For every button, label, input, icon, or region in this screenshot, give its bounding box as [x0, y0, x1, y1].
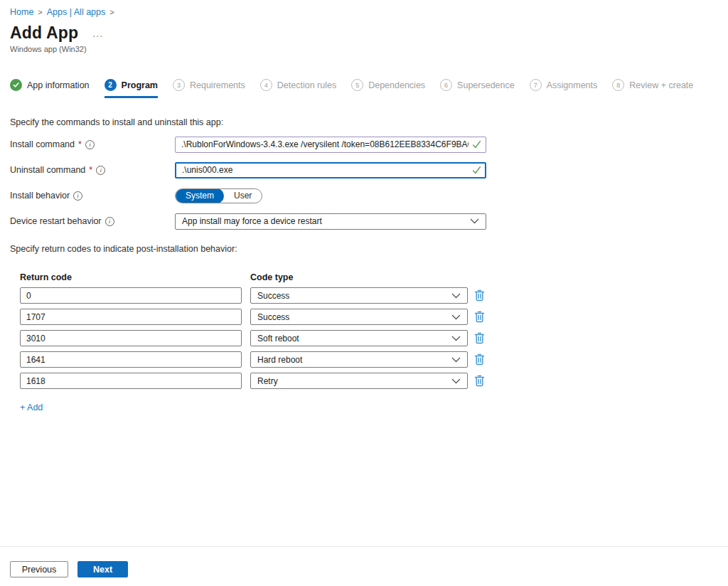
add-return-code-button[interactable]: + Add [20, 403, 43, 412]
label-text: Uninstall command [10, 165, 85, 175]
step-app-information[interactable]: App information [10, 79, 90, 98]
toggle-option-user[interactable]: User [224, 188, 262, 203]
add-app-page: Home>Apps | All apps> Add App ... Window… [0, 0, 728, 586]
step-number-badge: 8 [612, 79, 624, 91]
more-menu-icon[interactable]: ... [92, 28, 103, 39]
label-text: Install behavior [10, 191, 70, 201]
install-command-label: Install command * i [10, 139, 175, 149]
commands-section-heading: Specify the commands to install and unin… [10, 117, 728, 127]
install-behavior-toggle: System User [175, 188, 262, 203]
breadcrumb-apps-link[interactable]: Apps | All apps [47, 7, 105, 17]
dropdown-value: Retry [257, 376, 278, 386]
return-code-input[interactable] [20, 309, 242, 325]
step-review-create[interactable]: 8 Review + create [612, 79, 693, 98]
footer-divider [0, 546, 728, 547]
step-label: Dependencies [368, 80, 425, 90]
info-icon[interactable]: i [96, 166, 105, 175]
chevron-down-icon [451, 376, 461, 386]
return-code-row: Hard reboot [20, 351, 728, 368]
step-number-badge: 4 [260, 79, 272, 91]
delete-row-icon[interactable] [474, 353, 486, 366]
breadcrumb-separator: > [109, 8, 114, 16]
info-icon[interactable]: i [85, 140, 95, 149]
next-button[interactable]: Next [77, 561, 128, 577]
previous-button[interactable]: Previous [10, 561, 68, 577]
code-type-column-header: Code type [250, 272, 468, 282]
step-number-badge: 5 [351, 79, 363, 91]
dropdown-value: Hard reboot [257, 355, 302, 365]
return-code-input[interactable] [20, 330, 242, 346]
step-label: Requirements [190, 80, 245, 90]
valid-check-icon [472, 139, 481, 152]
chevron-down-icon [451, 291, 461, 301]
toggle-option-system[interactable]: System [176, 188, 224, 203]
delete-row-icon[interactable] [474, 289, 486, 302]
step-label: Supersedence [457, 80, 515, 90]
step-supersedence[interactable]: 6 Supersedence [440, 79, 515, 98]
breadcrumb-home-link[interactable]: Home [10, 7, 33, 17]
step-label: Detection rules [277, 80, 336, 90]
step-label: Assignments [547, 80, 598, 90]
return-code-row: Soft reboot [20, 330, 728, 346]
return-code-input[interactable] [20, 351, 242, 368]
code-type-dropdown[interactable]: Hard reboot [250, 351, 468, 368]
code-type-dropdown[interactable]: Soft reboot [250, 330, 468, 346]
code-type-dropdown[interactable]: Retry [250, 373, 468, 389]
step-dependencies[interactable]: 5 Dependencies [351, 79, 425, 98]
return-code-row: Success [20, 309, 728, 325]
info-icon[interactable]: i [105, 217, 114, 226]
chevron-down-icon [451, 312, 461, 322]
dropdown-value: Success [257, 312, 289, 322]
uninstall-command-input[interactable] [175, 162, 486, 179]
label-text: Device restart behavior [10, 216, 102, 226]
code-type-dropdown[interactable]: Success [250, 287, 468, 304]
step-assignments[interactable]: 7 Assignments [530, 79, 598, 98]
step-label: App information [27, 80, 90, 90]
step-number-badge: 7 [530, 79, 542, 91]
step-number-badge: 3 [173, 79, 185, 91]
label-text: Install command [10, 139, 75, 149]
step-detection-rules[interactable]: 4 Detection rules [260, 79, 336, 98]
step-number-badge: 6 [440, 79, 452, 91]
completed-check-icon [10, 79, 22, 91]
step-program[interactable]: 2 Program [105, 79, 158, 98]
return-code-row: Success [20, 287, 728, 304]
return-code-input[interactable] [20, 373, 242, 389]
return-code-row: Retry [20, 373, 728, 389]
step-label: Program [122, 80, 158, 90]
code-type-dropdown[interactable]: Success [250, 309, 468, 325]
chevron-down-icon [470, 216, 479, 226]
delete-row-icon[interactable] [474, 310, 486, 324]
return-code-input[interactable] [20, 287, 242, 304]
breadcrumb-separator: > [38, 8, 42, 16]
install-behavior-label: Install behavior i [10, 191, 175, 201]
uninstall-command-label: Uninstall command * i [10, 165, 175, 175]
device-restart-dropdown[interactable]: App install may force a device restart [175, 213, 486, 230]
delete-row-icon[interactable] [474, 374, 486, 388]
chevron-down-icon [451, 334, 461, 343]
page-subtitle: Windows app (Win32) [10, 45, 728, 53]
install-command-input[interactable] [175, 137, 486, 153]
step-requirements[interactable]: 3 Requirements [173, 79, 245, 98]
required-asterisk: * [78, 139, 82, 149]
footer-buttons: Previous Next [10, 561, 128, 577]
valid-check-icon [472, 165, 481, 178]
return-codes-table: Return code Code type Success Success [20, 272, 728, 389]
dropdown-value: Soft reboot [257, 334, 299, 343]
wizard-steps: App information 2 Program 3 Requirements… [10, 79, 728, 98]
required-asterisk: * [89, 165, 92, 175]
info-icon[interactable]: i [73, 191, 82, 201]
return-code-column-header: Return code [20, 272, 250, 282]
dropdown-value: App install may force a device restart [182, 216, 322, 226]
delete-row-icon[interactable] [474, 331, 486, 345]
chevron-down-icon [451, 355, 461, 365]
return-codes-section-heading: Specify return codes to indicate post-in… [10, 244, 728, 254]
device-restart-label: Device restart behavior i [10, 216, 175, 226]
step-number-badge: 2 [105, 79, 117, 91]
breadcrumb: Home>Apps | All apps> [10, 7, 728, 17]
dropdown-value: Success [257, 291, 289, 301]
page-title: Add App [10, 23, 78, 43]
step-label: Review + create [629, 80, 693, 90]
